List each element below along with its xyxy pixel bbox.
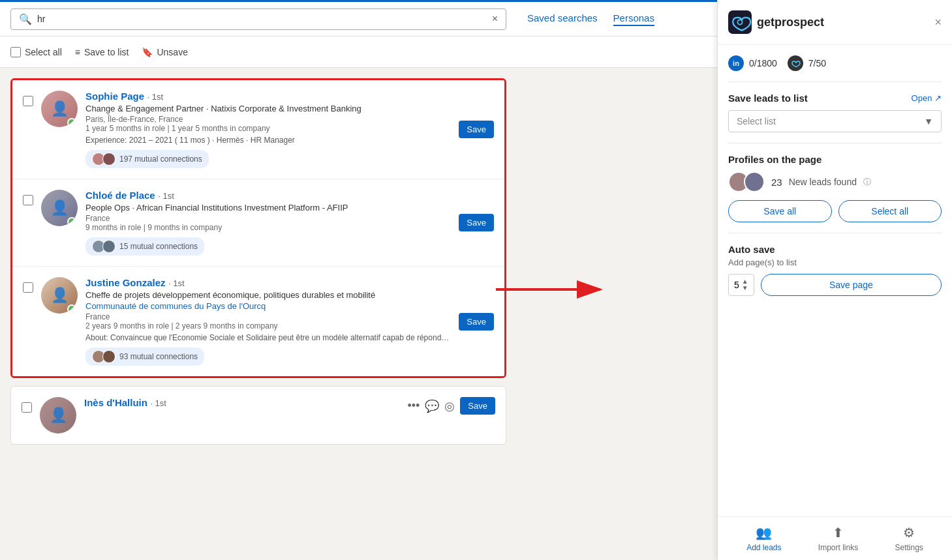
profile-degree-justine: · 1st bbox=[168, 278, 185, 288]
page-stepper[interactable]: 5 ▲ ▼ bbox=[728, 274, 754, 296]
profile-card: 👤 Sophie Page · 1st Change & Engagement … bbox=[12, 80, 504, 179]
checkbox-3[interactable] bbox=[23, 282, 33, 293]
profile-tenure: 1 year 5 months in role | 1 year 5 month… bbox=[85, 124, 451, 133]
linkedin-credits: in 0/1800 bbox=[728, 55, 777, 71]
profile-name[interactable]: Sophie Page bbox=[85, 91, 144, 102]
mutual-avatar-c2 bbox=[102, 240, 115, 253]
section-divider-1 bbox=[728, 143, 942, 143]
checkbox-2[interactable] bbox=[23, 195, 33, 205]
avatar-silhouette-ines: 👤 bbox=[40, 397, 76, 434]
save-button-sophie[interactable]: Save bbox=[459, 121, 494, 138]
mutual-connections: 197 mutual connections bbox=[85, 150, 209, 168]
profile-checkbox-4[interactable] bbox=[22, 402, 32, 415]
leads-count: 23 bbox=[771, 177, 782, 188]
info-icon[interactable]: ⓘ bbox=[863, 177, 871, 188]
checkbox-1[interactable] bbox=[23, 96, 33, 106]
auto-save-row: 5 ▲ ▼ Save page bbox=[728, 274, 942, 296]
gp-close-button[interactable]: × bbox=[934, 16, 942, 29]
profile-about-justine: About: Convaincue que l'Economie Sociale… bbox=[85, 333, 451, 342]
profile-info-sophie: Sophie Page · 1st Change & Engagement Pa… bbox=[85, 91, 451, 168]
select-all-button[interactable]: Select all bbox=[838, 200, 942, 222]
select-list-placeholder: Select list bbox=[737, 116, 776, 126]
search-input-wrap[interactable]: 🔍 × bbox=[10, 8, 506, 30]
save-leads-title: Save leads to list bbox=[728, 93, 808, 104]
personas-link[interactable]: Personas bbox=[613, 12, 654, 26]
save-button-chloe[interactable]: Save bbox=[459, 214, 494, 231]
online-indicator-justine bbox=[67, 304, 76, 314]
mutual-count-justine: 93 mutual connections bbox=[119, 352, 198, 361]
save-to-list-button[interactable]: ≡ Save to list bbox=[75, 47, 129, 57]
select-list-dropdown[interactable]: Select list ▼ bbox=[728, 110, 942, 132]
profiles-actions: Save all Select all bbox=[728, 200, 942, 222]
list-icon: ≡ bbox=[75, 47, 80, 57]
message-icon[interactable]: 💬 bbox=[425, 399, 439, 413]
highlighted-section: 👤 Sophie Page · 1st Change & Engagement … bbox=[10, 78, 506, 378]
pstack-avatar-2 bbox=[744, 171, 765, 192]
profile-title: Change & Engagement Partner · Natixis Co… bbox=[85, 104, 451, 113]
profile-name-ines[interactable]: Inès d'Halluin bbox=[84, 397, 147, 408]
linkedin-credit-value: 0/1800 bbox=[749, 58, 777, 68]
save-button-ines[interactable]: Save bbox=[460, 397, 495, 415]
gp-credit-icon bbox=[788, 55, 803, 71]
mutual-avatars-justine bbox=[92, 350, 115, 363]
select-all-toolbar[interactable]: Select all bbox=[10, 47, 62, 57]
add-leads-icon: 👥 bbox=[756, 525, 772, 540]
avatar-sophie: 👤 bbox=[41, 91, 78, 127]
select-all-checkbox[interactable] bbox=[10, 47, 21, 57]
settings-icon: ⚙ bbox=[903, 525, 915, 540]
import-links-nav[interactable]: ⬆ Import links bbox=[818, 525, 858, 552]
unsave-label: Unsave bbox=[157, 47, 187, 57]
open-link[interactable]: Open ↗ bbox=[912, 93, 942, 103]
pages-value: 5 bbox=[734, 280, 739, 290]
gp-credit-value: 7/50 bbox=[808, 58, 826, 68]
mutual-avatar-j2 bbox=[102, 350, 115, 363]
red-arrow bbox=[496, 270, 626, 309]
mutual-count-chloe: 15 mutual connections bbox=[119, 242, 198, 251]
profile-name-justine[interactable]: Justine Gonzalez bbox=[85, 277, 166, 288]
dots-icon[interactable]: ••• bbox=[407, 399, 420, 413]
profile-card-justine: 👤 Justine Gonzalez · 1st Cheffe de proje… bbox=[12, 267, 504, 376]
saved-searches-link[interactable]: Saved searches bbox=[527, 12, 598, 26]
save-page-button[interactable]: Save page bbox=[761, 274, 942, 296]
mutual-avatar-2 bbox=[102, 153, 115, 166]
section-divider-2 bbox=[728, 233, 942, 233]
avatar-ines: 👤 bbox=[40, 397, 76, 434]
auto-save-section: Auto save Add page(s) to list 5 ▲ ▼ Save… bbox=[728, 244, 942, 296]
profile-degree: · 1st bbox=[147, 92, 163, 102]
unsave-button[interactable]: 🔖 Unsave bbox=[142, 47, 187, 57]
stepper-down-icon[interactable]: ▼ bbox=[742, 285, 748, 291]
profile-list: 👤 Sophie Page · 1st Change & Engagement … bbox=[10, 78, 506, 445]
online-indicator bbox=[67, 118, 76, 127]
gp-logo: getprospect bbox=[728, 10, 824, 34]
stepper-arrows: ▲ ▼ bbox=[742, 278, 748, 291]
linkedin-icon: in bbox=[728, 55, 744, 71]
save-leads-header: Save leads to list Open ↗ bbox=[728, 93, 942, 104]
profile-location-justine: France bbox=[85, 312, 451, 321]
profile-checkbox-3[interactable] bbox=[23, 282, 33, 295]
profile-title2-justine: Communauté de communes du Pays de l'Ourc… bbox=[85, 301, 451, 311]
profile-stack bbox=[728, 171, 765, 192]
gp-body: in 0/1800 7/50 Save leads to list Open ↗… bbox=[718, 45, 952, 516]
profile-title-chloe: People Ops · African Financial Instituti… bbox=[85, 203, 451, 213]
clear-search-icon[interactable]: × bbox=[492, 13, 498, 25]
mutual-connections-justine: 93 mutual connections bbox=[85, 347, 204, 366]
import-links-icon: ⬆ bbox=[833, 525, 844, 540]
mutual-connections-chloe: 15 mutual connections bbox=[85, 237, 204, 256]
gp-icon[interactable]: ◎ bbox=[444, 399, 455, 413]
add-leads-nav[interactable]: 👥 Add leads bbox=[746, 525, 781, 552]
profile-checkbox-1[interactable] bbox=[23, 96, 33, 109]
profile-tenure-chloe: 9 months in role | 9 months in company bbox=[85, 223, 451, 232]
mutual-avatars-chloe bbox=[92, 240, 115, 253]
save-to-list-label: Save to list bbox=[84, 47, 129, 57]
save-all-button[interactable]: Save all bbox=[728, 200, 832, 222]
settings-nav[interactable]: ⚙ Settings bbox=[895, 525, 923, 552]
credit-divider bbox=[728, 81, 942, 82]
avatar-chloe: 👤 bbox=[41, 190, 78, 226]
checkbox-4[interactable] bbox=[22, 402, 32, 413]
profile-checkbox-2[interactable] bbox=[23, 195, 33, 208]
search-input[interactable] bbox=[37, 14, 487, 24]
save-button-justine[interactable]: Save bbox=[459, 313, 494, 331]
dropdown-chevron-icon: ▼ bbox=[924, 116, 933, 126]
profile-name-chloe[interactable]: Chloé de Place bbox=[85, 190, 155, 201]
mutual-avatars bbox=[92, 153, 115, 166]
